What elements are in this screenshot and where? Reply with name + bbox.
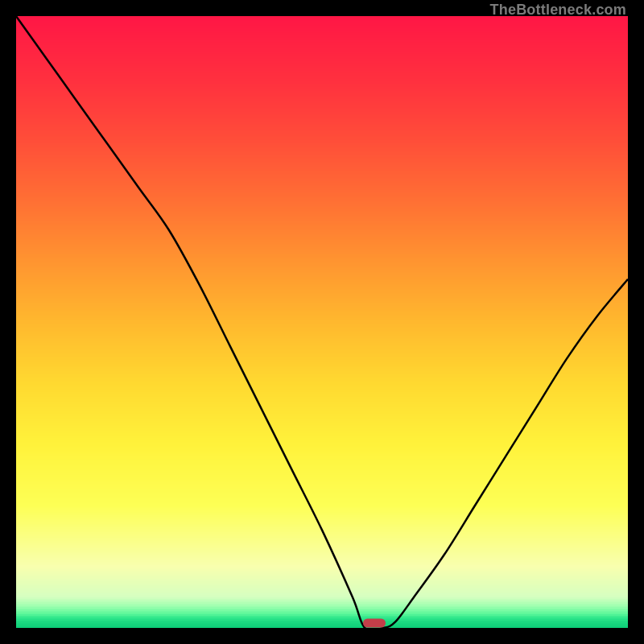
optimal-marker	[363, 618, 386, 627]
plot-area	[16, 16, 628, 628]
bottleneck-curve	[16, 16, 628, 628]
curve-layer	[16, 16, 628, 628]
watermark-text: TheBottleneck.com	[490, 2, 626, 19]
chart-frame: TheBottleneck.com	[0, 0, 644, 644]
